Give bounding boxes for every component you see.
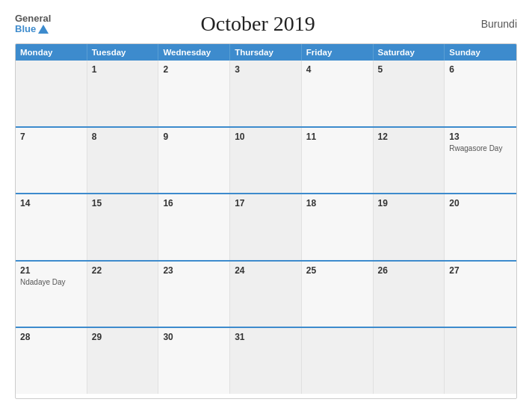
cal-cell: 2 [158, 61, 230, 126]
cal-cell: 22 [87, 262, 159, 327]
cal-cell: 1 [87, 61, 159, 126]
cal-cell [302, 328, 374, 394]
cal-cell: 15 [87, 194, 159, 260]
calendar-title: October 2019 [51, 12, 465, 36]
cal-cell: 31 [230, 328, 302, 394]
logo-general: General [15, 13, 51, 24]
cal-cell: 16 [158, 194, 230, 260]
cal-cell-rwagasore: 13 Rwagasore Day [445, 128, 516, 194]
calendar-body: 1 2 3 4 5 6 7 8 9 10 11 12 13 Rwagasore … [16, 61, 516, 394]
cal-cell: 11 [302, 128, 374, 194]
cal-cell: 10 [230, 128, 302, 194]
header-tuesday: Tuesday [87, 44, 159, 61]
cal-cell: 27 [445, 262, 516, 327]
cal-cell: 19 [374, 194, 445, 260]
cal-cell [16, 61, 87, 126]
cal-cell: 26 [374, 262, 445, 327]
header-monday: Monday [16, 44, 87, 61]
cal-cell: 7 [16, 128, 87, 194]
cal-cell-ndadaye: 21 Ndadaye Day [16, 262, 87, 327]
cal-cell: 6 [445, 61, 516, 126]
calendar-grid: Monday Tuesday Wednesday Thursday Friday… [15, 43, 517, 399]
calendar-page: General Blue October 2019 Burundi Monday… [0, 0, 532, 411]
cal-cell: 25 [302, 262, 374, 327]
cal-cell: 3 [230, 61, 302, 126]
header-saturday: Saturday [374, 44, 445, 61]
week-row-1: 1 2 3 4 5 6 [16, 61, 516, 128]
cal-cell: 28 [16, 328, 87, 394]
cal-cell: 17 [230, 194, 302, 260]
week-row-2: 7 8 9 10 11 12 13 Rwagasore Day [16, 128, 516, 195]
cal-cell: 29 [87, 328, 159, 394]
logo: General Blue [15, 13, 51, 35]
cal-cell: 18 [302, 194, 374, 260]
page-header: General Blue October 2019 Burundi [15, 12, 517, 36]
calendar-header: Monday Tuesday Wednesday Thursday Friday… [16, 44, 516, 61]
cal-cell: 4 [302, 61, 374, 126]
header-thursday: Thursday [230, 44, 302, 61]
logo-blue: Blue [15, 24, 36, 34]
cal-cell: 23 [158, 262, 230, 327]
week-row-4: 21 Ndadaye Day 22 23 24 25 26 27 [16, 262, 516, 329]
cal-cell: 20 [445, 194, 516, 260]
cal-cell: 24 [230, 262, 302, 327]
cal-cell: 5 [374, 61, 445, 126]
cal-cell [445, 328, 516, 394]
logo-triangle-icon [38, 25, 49, 34]
cal-cell: 8 [87, 128, 159, 194]
header-sunday: Sunday [445, 44, 516, 61]
week-row-5: 28 29 30 31 [16, 328, 516, 394]
header-wednesday: Wednesday [158, 44, 230, 61]
header-friday: Friday [302, 44, 374, 61]
cal-cell: 12 [374, 128, 445, 194]
cal-cell [374, 328, 445, 394]
cal-cell: 14 [16, 194, 87, 260]
week-row-3: 14 15 16 17 18 19 20 [16, 194, 516, 262]
cal-cell: 30 [158, 328, 230, 394]
country-label: Burundi [465, 18, 517, 30]
cal-cell: 9 [158, 128, 230, 194]
